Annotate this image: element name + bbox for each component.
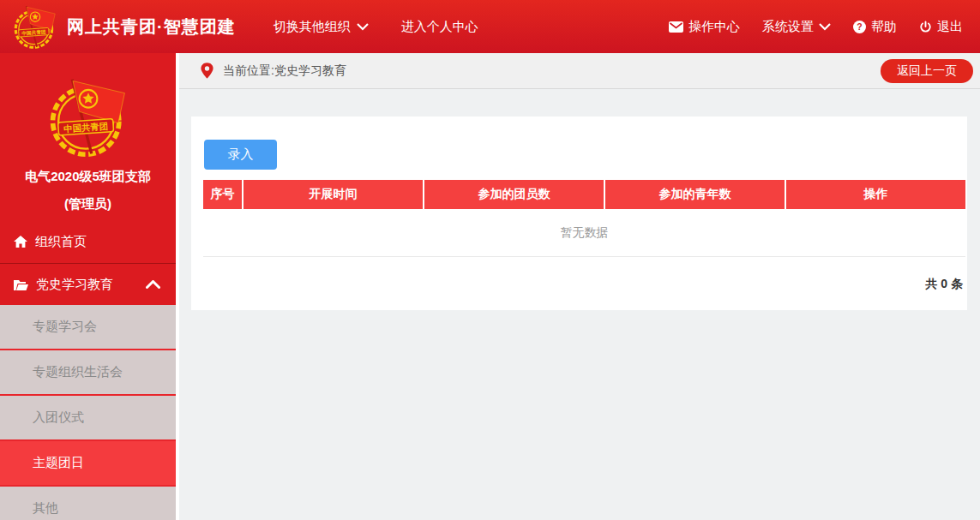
sidebar-subitem-other[interactable]: 其他 [0, 487, 176, 520]
top-header: 网上共青团·智慧团建 切换其他组织 进入个人中心 操作中心 系统设置 [0, 0, 980, 53]
sidebar-subitem-topic-study-meeting[interactable]: 专题学习会 [0, 305, 176, 350]
logout-label: 退出 [937, 19, 963, 35]
breadcrumb: 当前位置:党史学习教育 [223, 63, 346, 79]
sidebar-subitem-label: 主题团日 [33, 455, 84, 471]
switch-org-menu[interactable]: 切换其他组织 [274, 19, 369, 35]
system-settings-label: 系统设置 [762, 19, 814, 35]
main-area: 当前位置:党史学习教育 返回上一页 录入 序号 开展时间 参加的团员数 参加的青… [179, 53, 980, 520]
org-role: (管理员) [0, 196, 176, 212]
table-header-cell: 操作 [786, 180, 965, 209]
sidebar-subitem-topic-org-life-meeting[interactable]: 专题组织生活会 [0, 350, 176, 396]
help-label: 帮助 [871, 19, 897, 35]
home-icon [14, 236, 27, 248]
sidebar-subitem-theme-league-day[interactable]: 主题团日 [0, 441, 176, 487]
sidebar-subitem-label: 专题学习会 [33, 319, 97, 335]
sidebar-menu: 组织首页 党史学习教育 专题学习会 专题组织生活会 [0, 220, 176, 520]
help-link[interactable]: ? 帮助 [853, 19, 897, 35]
header-nav: 切换其他组织 进入个人中心 [274, 19, 478, 35]
sidebar-item-label: 组织首页 [35, 234, 87, 250]
table-header-cell: 参加的团员数 [424, 180, 605, 209]
personal-center-link[interactable]: 进入个人中心 [401, 19, 478, 35]
logout-link[interactable]: 退出 [919, 19, 963, 35]
record-count: 共 0 条 [203, 257, 965, 292]
header-actions: 操作中心 系统设置 ? 帮助 退出 [669, 19, 963, 35]
table-header-cell: 参加的青年数 [605, 180, 786, 209]
sidebar-item-party-history-education[interactable]: 党史学习教育 [0, 263, 176, 305]
content-area: 录入 序号 开展时间 参加的团员数 参加的青年数 操作 暂无数据 共 0 条 [179, 89, 980, 520]
svg-text:?: ? [857, 21, 862, 32]
sidebar: 电气2020级5班团支部 (管理员) 组织首页 党史学习教育 [0, 53, 179, 520]
league-emblem-logo-icon [9, 2, 62, 51]
breadcrumb-bar: 当前位置:党史学习教育 返回上一页 [179, 53, 980, 89]
table-header-cell: 开展时间 [243, 180, 424, 209]
back-button[interactable]: 返回上一页 [881, 59, 973, 83]
question-circle-icon: ? [853, 21, 866, 33]
table-empty-state: 暂无数据 [203, 209, 965, 257]
personal-center-label: 进入个人中心 [401, 19, 478, 35]
sidebar-submenu: 专题学习会 专题组织生活会 入团仪式 主题团日 其他 [0, 305, 176, 520]
records-card: 录入 序号 开展时间 参加的团员数 参加的青年数 操作 暂无数据 共 0 条 [191, 117, 967, 310]
sidebar-subitem-join-ceremony[interactable]: 入团仪式 [0, 396, 176, 441]
sidebar-subitem-label: 入团仪式 [33, 409, 84, 426]
records-table: 序号 开展时间 参加的团员数 参加的青年数 操作 暂无数据 [203, 180, 965, 257]
league-emblem-icon [38, 75, 139, 158]
operation-center-label: 操作中心 [688, 19, 740, 35]
system-settings-menu[interactable]: 系统设置 [762, 19, 831, 35]
add-record-button[interactable]: 录入 [204, 140, 277, 170]
chevron-up-icon [146, 280, 160, 289]
table-header-cell: 序号 [203, 180, 243, 209]
chevron-down-icon [819, 23, 831, 31]
location-pin-icon [201, 63, 213, 79]
sidebar-subitem-label: 专题组织生活会 [33, 364, 123, 380]
sidebar-item-org-home[interactable]: 组织首页 [0, 220, 176, 263]
envelope-icon [669, 21, 683, 33]
sidebar-item-label: 党史学习教育 [36, 277, 113, 293]
table-header-row: 序号 开展时间 参加的团员数 参加的青年数 操作 [203, 180, 965, 209]
sidebar-subitem-label: 其他 [33, 500, 58, 517]
switch-org-label: 切换其他组织 [274, 19, 351, 35]
app-title: 网上共青团·智慧团建 [67, 15, 236, 39]
operation-center-link[interactable]: 操作中心 [669, 19, 740, 35]
power-icon [919, 21, 932, 33]
org-name: 电气2020级5班团支部 [0, 169, 176, 185]
open-folder-icon [14, 279, 28, 290]
app-window: 网上共青团·智慧团建 切换其他组织 进入个人中心 操作中心 系统设置 [0, 0, 980, 520]
chevron-down-icon [357, 23, 369, 31]
